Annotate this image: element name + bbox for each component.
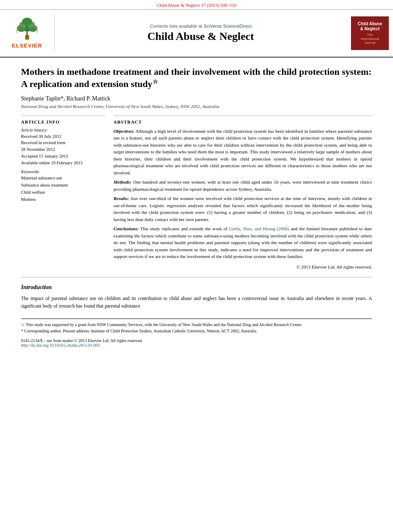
abstract-text: Objectives: Although a high level of inv… [113, 128, 372, 271]
logo-box-subtitle: TheInternationalJournal [361, 33, 379, 45]
keyword-2: Substance abuse treatment [21, 182, 105, 189]
date-online: Available online 19 February 2013 [21, 160, 105, 166]
results-text: Just over one-third of the women were in… [113, 196, 372, 222]
intro-paragraph: The impact of parental substance use on … [21, 296, 372, 308]
citation-text: Child Abuse & Neglect 37 (2013) 500–510 [156, 3, 236, 8]
doi-link[interactable]: http://dx.doi.org/10.1016/j.chiabu.2013.… [21, 343, 100, 348]
journal-header: ELSEVIER Contents lists available at Sci… [0, 10, 393, 58]
abstract-heading: ABSTRACT [113, 119, 372, 124]
date-received: Received 30 July 2012 [21, 133, 105, 140]
objectives-text: Although a high level of involvement wit… [113, 129, 372, 175]
elsevier-logo: ELSEVIER [0, 14, 55, 53]
conclusions-text: This study replicates and extends the wo… [140, 226, 229, 231]
article-info-heading: ARTICLE INFO [21, 119, 105, 124]
article-info-column: ARTICLE INFO Article history: Received 3… [21, 116, 105, 271]
results-label: Results: [113, 196, 129, 201]
affiliation: National Drug and Alcohol Research Centr… [21, 104, 372, 109]
article-title-text: Mothers in methadone treatment and their… [21, 66, 372, 89]
introduction-section: Introduction The impact of parental subs… [21, 284, 372, 310]
abstract-methods: Methods: One hundred and seventy-one wom… [113, 179, 372, 192]
sciverse-line: Contents lists available at SciVerse Sci… [150, 24, 251, 29]
footnote-corresponding-text: Corresponding author. Present address: I… [24, 329, 258, 333]
doi-line: http://dx.doi.org/10.1016/j.chiabu.2013.… [21, 343, 372, 348]
abstract-conclusions: Conclusions: This study replicates and e… [113, 225, 372, 260]
journal-logo-box: Child Abuse& Neglect TheInternationalJou… [351, 16, 389, 50]
keyword-1: Maternal substance use [21, 175, 105, 182]
abstract-results: Results: Just over one-third of the wome… [113, 195, 372, 223]
grella-reference-link[interactable]: Grella, Hser, and Huang (2006) [229, 226, 289, 231]
objectives-label: Objectives: [113, 129, 135, 134]
journal-logo-right: Child Abuse& Neglect TheInternationalJou… [347, 14, 393, 53]
keywords-label: Keywords: [21, 169, 105, 174]
elsevier-wordmark: ELSEVIER [12, 42, 42, 49]
footnote-star-symbol: ☆ [21, 322, 26, 327]
intro-text: The impact of parental substance use on … [21, 295, 372, 310]
star-ref: ☆ [153, 79, 158, 85]
elsevier-tree-icon [11, 18, 43, 41]
intro-heading: Introduction [21, 284, 372, 291]
abstract-column: ABSTRACT Objectives: Although a high lev… [113, 116, 372, 271]
logo-box-title: Child Abuse& Neglect [358, 21, 382, 32]
article-title: Mothers in methadone treatment and their… [21, 66, 372, 90]
bottom-info: 0145-2134/$ – see front matter © 2013 El… [21, 338, 372, 348]
content-area: Mothers in methadone treatment and their… [0, 58, 393, 356]
footnote-star-2-symbol: * [21, 329, 24, 333]
footnote-star-text: This study was supported by a grant from… [26, 322, 302, 327]
abstract-objectives: Objectives: Although a high level of inv… [113, 128, 372, 176]
date-accepted: Accepted 15 January 2013 [21, 153, 105, 160]
sciverse-link[interactable]: SciVerse ScienceDirect [203, 24, 251, 29]
copyright-line: © 2013 Elsevier Ltd. All rights reserved… [113, 263, 372, 271]
date-revised: 28 November 2012 [21, 146, 105, 153]
footnote-star: ☆ This study was supported by a grant fr… [21, 321, 372, 328]
svg-point-7 [22, 18, 32, 25]
date-revised-label: Received in revised form [21, 140, 105, 146]
section-divider [21, 277, 372, 277]
authors: Stephanie Taplin*, Richard P. Mattick [21, 95, 372, 102]
keyword-4: Mothers [21, 196, 105, 203]
journal-title-center: Contents lists available at SciVerse Sci… [55, 14, 347, 53]
two-col-layout: ARTICLE INFO Article history: Received 3… [21, 116, 372, 271]
journal-citation-header: Child Abuse & Neglect 37 (2013) 500–510 [0, 0, 393, 10]
methods-text: One hundred and seventy-one women, with … [113, 179, 372, 192]
conclusions-label: Conclusions: [113, 226, 139, 231]
footnote-area: ☆ This study was supported by a grant fr… [21, 319, 372, 334]
journal-name: Child Abuse & Neglect [148, 30, 254, 43]
keyword-3: Child welfare [21, 189, 105, 196]
methods-label: Methods: [113, 179, 132, 184]
footnote-corresponding: * Corresponding author. Present address:… [21, 328, 372, 334]
history-label: Article history: [21, 128, 105, 132]
issn-line: 0145-2134/$ – see front matter © 2013 El… [21, 338, 372, 343]
